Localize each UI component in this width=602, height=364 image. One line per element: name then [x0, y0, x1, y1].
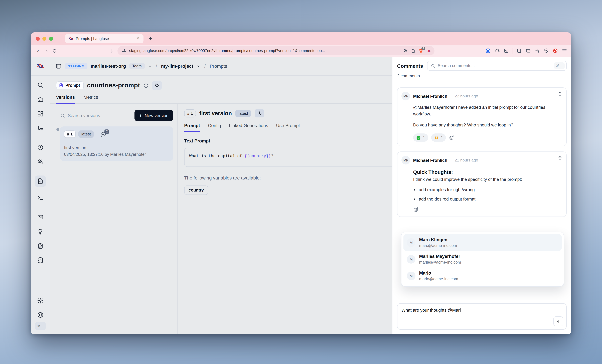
brave-rewards-icon[interactable] [427, 48, 431, 53]
privacy-shield-icon[interactable] [544, 48, 549, 54]
comment-timestamp: 21 hours ago [455, 158, 478, 163]
maximize-window-button[interactable] [49, 37, 53, 41]
tab-metrics[interactable]: Metrics [84, 95, 98, 104]
sidebar-item-users[interactable] [37, 159, 43, 165]
sidebar-item-sessions[interactable] [37, 144, 43, 151]
comment-input[interactable]: What are your thoughts @Mar [397, 303, 567, 330]
reload-icon[interactable] [52, 48, 57, 53]
zoom-page-icon[interactable] [403, 48, 408, 53]
search-icon [60, 113, 65, 118]
org-chevron-down-icon[interactable] [148, 64, 152, 68]
brave-shield-icon[interactable]: 2 [419, 48, 423, 53]
toolbar-separator [513, 48, 513, 54]
speedreader-swirl-icon[interactable] [553, 48, 558, 54]
sidebar-item-home[interactable] [37, 96, 43, 103]
new-version-button[interactable]: + New version [134, 110, 173, 121]
breadcrumb-org[interactable]: marlies-test-org [91, 63, 126, 69]
tab-use-prompt[interactable]: Use Prompt [276, 123, 300, 132]
tab-versions[interactable]: Versions [56, 95, 75, 104]
detail-version-number: # 1 [184, 109, 196, 117]
promote-version-button[interactable] [255, 109, 264, 118]
bookmark-icon[interactable] [110, 48, 114, 53]
sidebar-item-tracing[interactable] [37, 125, 43, 131]
avatar: M [407, 238, 415, 247]
new-tab-button[interactable]: + [149, 35, 152, 42]
comments-list: MF Michael Fröhlich · 22 hours ago @Marl… [392, 82, 571, 300]
delete-comment-icon[interactable] [558, 92, 562, 96]
versions-panel: + New version # 1 latest [50, 104, 177, 334]
search-versions-field[interactable] [60, 113, 134, 118]
submit-comment-button[interactable] [553, 316, 563, 326]
mention-link[interactable]: @Marlies Mayerhofer [413, 105, 455, 110]
close-tab-icon[interactable]: ✕ [136, 36, 140, 41]
project-chevron-down-icon[interactable] [196, 64, 200, 68]
minimize-window-button[interactable] [42, 37, 46, 41]
forward-icon[interactable]: › [43, 48, 50, 54]
comments-panel-title: Comments [397, 63, 423, 69]
delete-comment-icon[interactable] [558, 156, 562, 161]
version-list-item[interactable]: # 1 latest 2 first version 03/04/2025, 1… [60, 127, 173, 161]
close-window-button[interactable] [36, 37, 40, 41]
timeline-dot [56, 128, 59, 131]
add-reaction-icon[interactable] [449, 135, 455, 141]
shield-count-badge: 2 [421, 47, 425, 50]
desktop-background: Prompts | Langfuse ✕ + ‹ › staging.langf… [0, 0, 602, 364]
sidebar-toggle-icon[interactable] [55, 63, 62, 69]
search-box-icon[interactable] [504, 48, 509, 54]
site-settings-icon[interactable] [121, 48, 126, 53]
sidebar-item-scores[interactable] [37, 214, 43, 221]
tab-linked-generations[interactable]: Linked Generations [229, 123, 268, 132]
sidebar-item-playground[interactable] [37, 194, 43, 201]
reaction-raised-hands-pill[interactable]: 1 [431, 134, 446, 142]
mention-suggestion[interactable]: M Marc Klingen marc@acme-inc.com [403, 234, 562, 251]
mention-suggestion[interactable]: M Mario mario@acme-inc.com [403, 268, 562, 284]
address-bar[interactable]: staging.langfuse.com/project/cm22fk0w700… [118, 46, 434, 55]
breadcrumb-section[interactable]: Prompts [210, 63, 227, 69]
user-avatar[interactable]: MF [35, 322, 45, 330]
password-manager-icon[interactable] [485, 48, 491, 54]
sidebar-panel-icon[interactable] [516, 48, 522, 54]
mention-suggestion[interactable]: M Marlies Mayerhofer marlies@acme-inc.co… [403, 251, 562, 268]
org-role-badge: Team [129, 63, 145, 69]
search-comments-field[interactable]: ⌘ F [427, 61, 567, 71]
info-icon[interactable] [143, 83, 148, 88]
browser-window: Prompts | Langfuse ✕ + ‹ › staging.langf… [31, 32, 571, 334]
comment-text: Do you have any thoughts? Who should we … [413, 122, 562, 128]
sidebar-item-prompts[interactable] [34, 175, 46, 187]
add-reaction-icon[interactable] [401, 207, 562, 213]
sparkle-wand-icon[interactable] [535, 48, 540, 54]
avatar: M [407, 272, 415, 280]
share-icon[interactable] [411, 48, 415, 53]
comment-count-badge: 2 [105, 129, 109, 134]
browser-tab[interactable]: Prompts | Langfuse ✕ [65, 34, 143, 43]
search-versions-input[interactable] [68, 113, 111, 118]
wallet-icon[interactable] [526, 48, 531, 54]
back-icon[interactable]: ‹ [35, 48, 41, 54]
sidebar-item-settings[interactable] [37, 297, 43, 304]
tab-config[interactable]: Config [208, 123, 221, 132]
reaction-check-pill[interactable]: 1 [413, 134, 428, 142]
menu-hamburger-icon[interactable] [562, 48, 567, 54]
search-comments-input[interactable] [438, 63, 551, 68]
sidebar-item-dashboards[interactable] [37, 110, 43, 117]
suggestion-name: Marc Klingen [419, 237, 457, 242]
sidebar-rail: MF [31, 57, 50, 334]
sidebar-item-annotation[interactable] [37, 243, 43, 249]
text-cursor [460, 308, 461, 312]
comments-bubble-icon[interactable]: 2 [101, 131, 106, 137]
langfuse-logo[interactable] [31, 57, 50, 76]
raised-hands-emoji [434, 135, 439, 140]
mention-suggestions-dropdown: M Marc Klingen marc@acme-inc.com M Marli… [401, 232, 564, 287]
sidebar-item-support[interactable] [37, 312, 43, 318]
extensions-puzzle-icon[interactable] [494, 48, 500, 54]
url-text[interactable]: staging.langfuse.com/project/cm22fk0w700… [129, 49, 400, 53]
tag-button[interactable] [152, 81, 162, 90]
sidebar-item-datasets[interactable] [37, 257, 43, 264]
tab-prompt[interactable]: Prompt [184, 123, 200, 132]
suggestion-email: marc@acme-inc.com [419, 243, 457, 248]
breadcrumb-project[interactable]: my-llm-project [161, 63, 193, 69]
sidebar-item-evaluation[interactable] [37, 228, 43, 235]
comment-draft-text: What are your thoughts @Mar [401, 308, 460, 313]
sidebar-item-search[interactable] [37, 82, 43, 88]
version-meta: 03/04/2025, 13:27:16 by Marlies Mayerhof… [64, 152, 169, 157]
